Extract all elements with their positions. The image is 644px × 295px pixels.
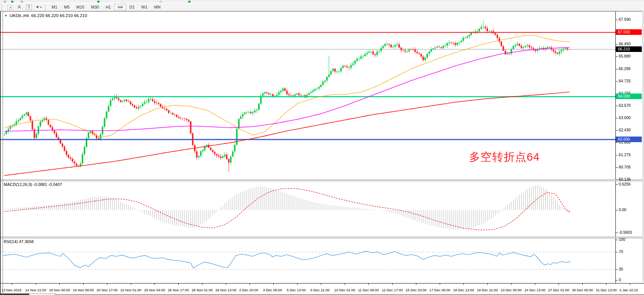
rsi-tick-label: 70 bbox=[619, 249, 623, 255]
macd-tick-label: -0.5903 bbox=[619, 230, 632, 235]
time-tick-mark bbox=[464, 283, 464, 285]
scrollbar-track-dark bbox=[0, 294, 29, 295]
time-label: 14 Nov 21:00 bbox=[25, 288, 46, 292]
time-label: 26 Nov 17:00 bbox=[168, 288, 189, 292]
time-tick-mark bbox=[487, 283, 488, 285]
time-tick-mark bbox=[368, 283, 369, 285]
time-label: 27 Dec 01:00 bbox=[548, 288, 569, 292]
axis-tick-mark bbox=[616, 142, 618, 143]
axis-tick-mark bbox=[616, 167, 618, 168]
axis-tick-mark bbox=[616, 106, 618, 106]
price-tick-label: 61.275 bbox=[619, 152, 631, 158]
time-tick-mark bbox=[321, 283, 321, 285]
timeframe-button-mn[interactable]: MN bbox=[151, 4, 163, 10]
time-label: 10 Dec 01:00 bbox=[334, 288, 355, 292]
mt4-window: FAT✦▾ M1M5M15M30H1H4D1W1MN ▼UKOil-,H4 66… bbox=[0, 0, 644, 295]
cropped-toolbar-icon bbox=[160, 1, 162, 3]
cropped-toolbar-icon bbox=[188, 1, 191, 3]
time-label: 29 Nov 13:00 bbox=[215, 288, 237, 292]
time-tick-mark bbox=[559, 283, 559, 285]
chevron-down-icon[interactable]: ▼ bbox=[4, 14, 7, 17]
time-label: 17 Dec 05:00 bbox=[429, 288, 451, 292]
rsi-tick-label: 0 bbox=[619, 277, 621, 283]
time-label: 2 Jan 22:15 bbox=[619, 288, 638, 292]
axis-tick-mark bbox=[616, 44, 618, 45]
macd-canvas[interactable] bbox=[0, 181, 615, 237]
time-label: 24 Dec 13:00 bbox=[524, 288, 546, 292]
time-tick-mark bbox=[582, 283, 583, 285]
time-tick-mark bbox=[535, 283, 535, 285]
timeframe-button-d1[interactable]: D1 bbox=[127, 4, 138, 10]
window-left-border bbox=[0, 11, 1, 295]
toolbar: FAT✦▾ M1M5M15M30H1H4D1W1MN bbox=[0, 3, 644, 11]
cropped-toolbar-icon bbox=[97, 1, 100, 3]
chart-annotation-text: 多空转折点64 bbox=[469, 150, 540, 165]
axis-tick-mark bbox=[616, 155, 618, 155]
rsi-pane[interactable]: RSI(14) 47.3658 100 70 30 0 bbox=[0, 238, 644, 283]
timeframe-button-m15[interactable]: M15 bbox=[74, 4, 87, 10]
axis-tick-mark bbox=[616, 240, 618, 240]
toolbar-grip[interactable] bbox=[1, 4, 4, 10]
axis-tick-mark bbox=[616, 269, 618, 270]
time-tick-mark bbox=[416, 283, 416, 285]
time-tick-mark bbox=[131, 283, 131, 285]
toolbar-grip[interactable] bbox=[45, 4, 47, 10]
time-tick-mark bbox=[297, 283, 297, 285]
time-tick-mark bbox=[107, 283, 107, 285]
rsi-tick-label: 100 bbox=[619, 237, 625, 242]
timeframe-button-m5[interactable]: M5 bbox=[61, 4, 72, 10]
window-right-edge bbox=[642, 11, 644, 282]
time-tick-mark bbox=[12, 283, 12, 285]
macd-tick-label: 0.6255 bbox=[619, 181, 631, 187]
template-grid-tool-icon[interactable]: F bbox=[6, 4, 14, 10]
price-tick-label: 60.705 bbox=[619, 164, 631, 170]
price-level-badge: 67.000 bbox=[616, 29, 642, 35]
axis-tick-mark bbox=[616, 233, 618, 233]
time-label: 19 Dec 21:00 bbox=[477, 288, 498, 292]
window-top-strip bbox=[0, 0, 644, 3]
time-label: 30 Dec 05:00 bbox=[572, 288, 593, 292]
time-label: 4 Dec 05:00 bbox=[263, 288, 282, 292]
bottom-scrollbar[interactable] bbox=[0, 294, 644, 295]
time-tick-mark bbox=[36, 283, 36, 285]
price-tick-label: 62.430 bbox=[619, 127, 631, 133]
time-label: 5 Dec 13:00 bbox=[287, 288, 306, 292]
time-label: 25 Nov 04:00 bbox=[144, 288, 165, 292]
cropped-toolbar-icon bbox=[11, 1, 13, 3]
price-tick-label: 63.000 bbox=[619, 115, 631, 121]
axis-tick-mark bbox=[616, 280, 618, 281]
scrollbar-thumb[interactable] bbox=[29, 294, 55, 295]
time-tick-mark bbox=[178, 283, 179, 285]
macd-pane[interactable]: MACD(12,26,9) -0.0881 -0.0407 0.6255 0.0… bbox=[0, 181, 644, 237]
cropped-toolbar-icon bbox=[4, 1, 6, 3]
textbox-tool-icon[interactable]: T bbox=[25, 4, 33, 10]
time-label: 19 Nov 09:00 bbox=[73, 288, 94, 292]
price-tick-label: 67.590 bbox=[619, 17, 631, 22]
time-tick-mark bbox=[202, 283, 202, 285]
timeframe-button-w1[interactable]: W1 bbox=[139, 4, 151, 10]
time-tick-mark bbox=[511, 283, 511, 285]
time-label: 15 Dec 23:00 bbox=[406, 288, 427, 292]
time-label: 23 Dec 00:00 bbox=[501, 288, 522, 292]
timeframe-button-m30[interactable]: M30 bbox=[88, 4, 102, 10]
timeframe-button-h1[interactable]: H1 bbox=[103, 4, 114, 10]
text-tool-icon[interactable]: A bbox=[15, 4, 23, 10]
axis-tick-mark bbox=[616, 184, 618, 185]
shapes-dropdown-tool-icon[interactable]: ✦▾ bbox=[35, 4, 43, 10]
price-level-badge: 62.000 bbox=[616, 137, 642, 142]
axis-tick-mark bbox=[616, 252, 618, 252]
time-tick-mark bbox=[630, 283, 630, 285]
timeframe-button-m1[interactable]: M1 bbox=[49, 4, 60, 10]
price-axis: 67.590 66.450 65.880 65.295 64.725 64.15… bbox=[615, 12, 644, 180]
rsi-canvas[interactable] bbox=[0, 238, 615, 283]
time-label: 22 Nov 01:00 bbox=[120, 288, 142, 292]
time-tick-mark bbox=[392, 283, 393, 285]
timeframe-button-h4[interactable]: H4 bbox=[114, 4, 126, 10]
time-axis: 13 Nov 2019 14 Nov 21:00 18 Nov 00:00 19… bbox=[0, 283, 644, 294]
axis-tick-mark bbox=[616, 81, 618, 82]
time-tick-mark bbox=[440, 283, 440, 285]
price-pane[interactable]: ▼UKOil-,H4 66.220 66.220 66.210 66.210 多… bbox=[0, 12, 644, 180]
time-label: 11 Dec 09:00 bbox=[358, 288, 379, 292]
time-tick-mark bbox=[59, 283, 60, 285]
time-tick-mark bbox=[155, 283, 155, 285]
